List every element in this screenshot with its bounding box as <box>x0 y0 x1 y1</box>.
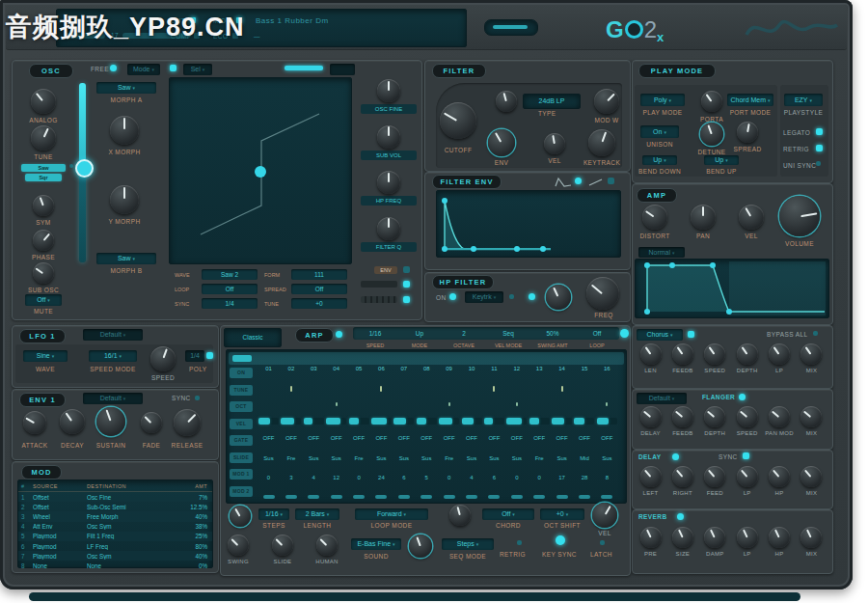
step-tune-value[interactable]: 3 <box>289 475 292 483</box>
arp-knob-1[interactable] <box>230 506 251 527</box>
arp-step-column[interactable]: 13 OFF Fre 0 <box>529 366 550 499</box>
arp-knob-2[interactable] <box>449 505 471 526</box>
envelope-curve-icon[interactable] <box>555 178 572 187</box>
preset-browser-button[interactable] <box>484 19 538 36</box>
wave-display[interactable] <box>169 77 352 264</box>
step-gate-value[interactable]: OFF <box>601 435 612 444</box>
osc-field-value[interactable]: +0 <box>291 298 347 309</box>
lfo1-preset-dropdown[interactable]: Default <box>83 329 143 341</box>
step-toggle[interactable] <box>511 495 523 499</box>
step-tune-value[interactable]: 0 <box>267 475 270 483</box>
osc-mini-toggle-2[interactable] <box>403 296 410 303</box>
env1-sync-toggle[interactable] <box>195 396 200 400</box>
step-gate-value[interactable]: OFF <box>420 435 432 444</box>
step-gate-value[interactable]: OFF <box>533 435 545 444</box>
step-tune-value[interactable]: 24 <box>378 475 385 483</box>
env1-sustain-knob[interactable] <box>96 407 125 436</box>
step-tune-value[interactable]: 6 <box>493 475 496 483</box>
flanger-on-led[interactable] <box>739 394 746 400</box>
play-mode-dropdown[interactable]: Poly <box>640 94 685 106</box>
flanger-knob[interactable] <box>704 406 725 427</box>
amp-mode-dropdown[interactable]: Normal <box>638 247 685 258</box>
step-mode-value[interactable]: Fre <box>535 455 544 464</box>
arp-step-column[interactable]: 05 OFF Fre 0 <box>349 366 369 499</box>
osc-wave-select-2[interactable]: Sqr <box>25 174 62 181</box>
arp-vel-knob[interactable] <box>592 503 617 528</box>
mod-row-source[interactable]: Att Env <box>33 523 87 530</box>
reverb-on-led[interactable] <box>677 513 684 520</box>
arp-step-column[interactable]: 07 OFF Sus 6 <box>393 366 414 499</box>
step-velocity-track[interactable] <box>484 418 504 425</box>
step-velocity-track[interactable] <box>552 418 572 425</box>
osc-mini-bar-1[interactable] <box>361 281 397 288</box>
slope-toggle[interactable] <box>608 178 614 184</box>
mod-row-amount[interactable]: 0% <box>176 562 212 569</box>
mod-row-source[interactable]: Wheel <box>33 513 87 520</box>
osc-field-value[interactable]: Off <box>202 284 258 294</box>
step-tune-value[interactable]: 0 <box>538 475 541 483</box>
env1-fade-knob[interactable] <box>141 412 162 433</box>
delay-knob[interactable] <box>737 466 758 487</box>
amp-volume-knob[interactable] <box>779 196 820 236</box>
arp-steps-dropdown[interactable]: 1/16 <box>258 508 289 520</box>
unison-dropdown[interactable]: On <box>640 125 679 138</box>
filter-keytrack-knob[interactable] <box>588 129 615 156</box>
arp-on-led[interactable] <box>336 331 342 338</box>
arp-row-label[interactable]: ON <box>230 368 253 378</box>
step-toggle[interactable] <box>263 495 275 499</box>
y-morph-knob[interactable] <box>110 185 139 214</box>
osc-field-value[interactable]: 111 <box>291 269 347 280</box>
mod-row-source[interactable]: Playmod <box>33 533 87 539</box>
osc-sym-knob[interactable] <box>33 195 54 216</box>
osc-tune-knob[interactable] <box>31 125 56 151</box>
step-gate-value[interactable]: OFF <box>511 435 523 444</box>
arp-step-column[interactable]: 15 OFF Mid 28 <box>574 366 594 499</box>
osc-mini-bar-2[interactable] <box>361 296 397 303</box>
osc-top-toggle[interactable] <box>170 65 176 71</box>
step-velocity-track[interactable] <box>462 418 482 425</box>
step-gate-value[interactable]: OFF <box>488 435 500 444</box>
step-toggle[interactable] <box>353 495 365 499</box>
osc-top-box[interactable] <box>330 64 355 75</box>
legato-toggle[interactable] <box>816 128 823 135</box>
arp-row-label[interactable]: MOD 2 <box>230 486 253 497</box>
arp-row-label[interactable]: GATE <box>230 435 253 446</box>
chorus-on-toggle[interactable] <box>688 331 694 338</box>
step-tune-value[interactable]: 5 <box>425 475 428 483</box>
mod-row[interactable]: 4 Att Env Osc Sym 38% <box>18 522 212 532</box>
osc-right-knob[interactable] <box>377 79 400 102</box>
step-mode-value[interactable]: Fre <box>445 455 453 464</box>
osc-field-value[interactable]: 1/4 <box>202 298 258 309</box>
mod-row-amount[interactable]: 40% <box>176 553 212 560</box>
step-mode-value[interactable]: Sus <box>309 455 318 464</box>
morph-a-dropdown[interactable]: Saw <box>96 82 156 94</box>
step-velocity-track[interactable] <box>597 418 617 425</box>
hp-mode-dropdown[interactable]: Keytrk <box>465 291 503 303</box>
reverb-knob[interactable] <box>672 527 693 548</box>
step-mode-value[interactable]: Sus <box>512 455 522 464</box>
step-toggle[interactable] <box>420 495 432 499</box>
arp-preset-display[interactable]: Classic <box>224 328 282 347</box>
arp-row-label[interactable]: MOD 1 <box>230 469 253 480</box>
port-mode-dropdown[interactable]: Chord Mem <box>727 94 773 106</box>
mod-row-source[interactable]: Offset <box>33 494 87 501</box>
osc-analog-knob[interactable] <box>31 89 56 114</box>
filter-cutoff-knob[interactable] <box>440 102 476 139</box>
mod-row[interactable]: 1 Offset Osc Fine 7% <box>18 492 212 502</box>
arp-bottom-knob[interactable] <box>316 534 338 556</box>
envelope-mode-led[interactable] <box>575 178 582 184</box>
mod-row-dest[interactable]: Filt 1 Freq <box>87 533 176 539</box>
filter-env-knob[interactable] <box>488 129 515 156</box>
step-mode-value[interactable]: Sus <box>332 455 341 464</box>
step-velocity-track[interactable] <box>281 418 301 425</box>
chorus-knob[interactable] <box>769 343 790 365</box>
mod-row[interactable]: 6 Playmod LF Freq 80% <box>18 541 212 551</box>
mod-row-dest[interactable]: Free Morph <box>87 513 176 520</box>
flanger-knob[interactable] <box>769 406 790 427</box>
step-gate-value[interactable]: OFF <box>331 435 342 444</box>
lfo1-poly-toggle[interactable] <box>206 352 213 359</box>
step-toggle[interactable] <box>375 495 387 499</box>
arp-bottom-knob[interactable] <box>272 534 293 556</box>
step-mode-value[interactable]: Sus <box>263 455 273 464</box>
amp-vel-knob[interactable] <box>739 205 764 230</box>
